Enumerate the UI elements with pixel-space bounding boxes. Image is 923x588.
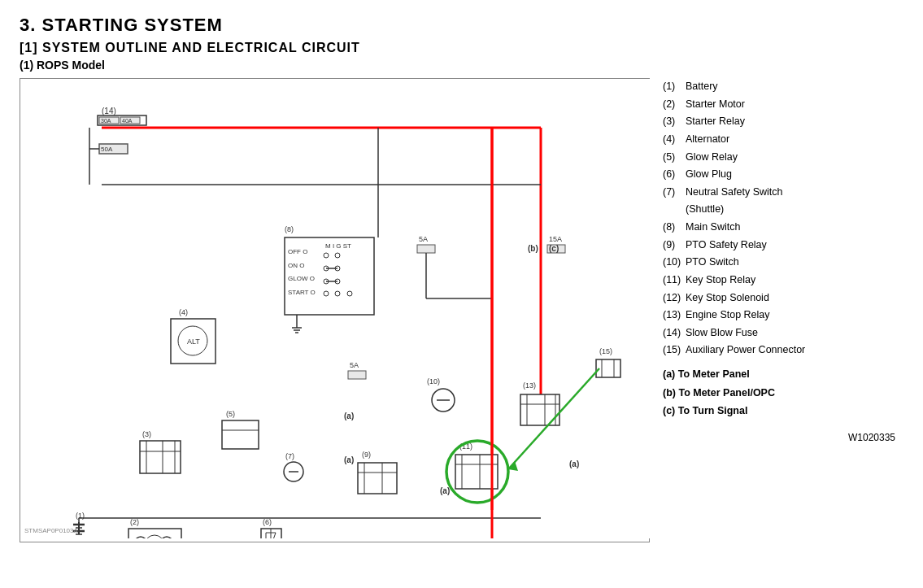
legend-note-item: (b) To Meter Panel/OPC: [663, 384, 903, 403]
svg-text:5A: 5A: [419, 235, 428, 243]
svg-text:START O: START O: [288, 289, 316, 296]
legend-num: (6): [663, 166, 686, 183]
legend-item: (5)Glow Relay: [663, 149, 903, 166]
legend-num: (3): [663, 113, 686, 130]
svg-text:(8): (8): [285, 225, 294, 233]
legend-label: Auxiliary Power Connector: [686, 342, 805, 359]
legend-label: Key Stop Relay: [686, 272, 755, 289]
legend-area: (1)Battery(2)Starter Motor(3)Starter Rel…: [650, 78, 903, 542]
svg-text:(9): (9): [362, 451, 371, 459]
svg-text:STMSAP0P0103A: STMSAP0P0103A: [24, 527, 78, 534]
legend-item: (7)Neutral Safety Switch: [663, 184, 903, 201]
legend-label: Starter Motor: [686, 96, 745, 113]
legend-item: (9)PTO Safety Relay: [663, 237, 903, 254]
legend-label: (Shuttle): [686, 201, 724, 218]
svg-text:15A: 15A: [549, 235, 562, 243]
legend-num: (13): [663, 307, 686, 324]
legend-num: (2): [663, 96, 686, 113]
svg-text:(14): (14): [102, 107, 116, 115]
svg-text:ON  O: ON O: [288, 262, 304, 269]
legend-item: (10)PTO Switch: [663, 254, 903, 271]
legend-num: (11): [663, 272, 686, 289]
svg-text:(a): (a): [344, 455, 354, 464]
legend-num: (14): [663, 324, 686, 342]
legend-item: (15)Auxiliary Power Connector: [663, 342, 903, 359]
svg-text:(10): (10): [427, 377, 440, 385]
legend-num: (9): [663, 237, 686, 254]
svg-rect-38: [417, 245, 435, 253]
svg-text:(5): (5): [226, 410, 235, 418]
section-title: [1] SYSTEM OUTLINE AND ELECTRICAL CIRCUI…: [20, 41, 903, 55]
svg-text:(4): (4): [179, 308, 188, 316]
svg-text:M I G ST: M I G ST: [325, 242, 351, 250]
content-area: (14) 30A 40A 50A (8) OFF O ON O G: [20, 78, 903, 542]
sub-title: (1) ROPS Model: [20, 59, 903, 72]
diagram-box: (14) 30A 40A 50A (8) OFF O ON O G: [20, 78, 650, 542]
svg-text:OFF O: OFF O: [288, 248, 307, 255]
svg-text:GLOW O: GLOW O: [288, 275, 315, 282]
legend-num: (10): [663, 254, 686, 271]
legend-item: (8)Main Switch: [663, 219, 903, 236]
svg-text:30A: 30A: [101, 118, 111, 124]
legend-num: (1): [663, 78, 686, 95]
legend-label: Alternator: [686, 131, 729, 148]
page: 3. STARTING SYSTEM [1] SYSTEM OUTLINE AN…: [0, 0, 923, 588]
legend-item: (3)Starter Relay: [663, 113, 903, 130]
legend-label: PTO Switch: [686, 254, 739, 271]
legend-list: (1)Battery(2)Starter Motor(3)Starter Rel…: [663, 78, 903, 359]
svg-text:(13): (13): [523, 381, 536, 390]
legend-item: (12)Key Stop Solenoid: [663, 290, 903, 307]
svg-rect-50: [222, 420, 259, 449]
legend-note-item: (c) To Turn Signal: [663, 402, 903, 420]
watermark: W1020335: [663, 430, 903, 446]
svg-text:50A: 50A: [101, 146, 113, 153]
legend-label: Glow Plug: [686, 166, 732, 183]
legend-item: (11)Key Stop Relay: [663, 272, 903, 289]
svg-text:(c): (c): [549, 244, 559, 253]
legend-label: Neutral Safety Switch: [686, 184, 783, 201]
svg-text:(a): (a): [344, 412, 354, 420]
legend-label: PTO Safety Relay: [686, 237, 767, 254]
svg-rect-65: [128, 529, 181, 538]
legend-item: (13)Engine Stop Relay: [663, 307, 903, 324]
legend-item: (6)Glow Plug: [663, 166, 903, 183]
legend-num: (4): [663, 131, 686, 148]
legend-num: (12): [663, 290, 686, 307]
svg-text:40A: 40A: [122, 118, 133, 124]
legend-label: Slow Blow Fuse: [686, 324, 758, 342]
legend-item: (2)Starter Motor: [663, 96, 903, 113]
legend-num: (15): [663, 342, 686, 359]
legend-label: Starter Relay: [686, 113, 745, 130]
legend-item: (4)Alternator: [663, 131, 903, 148]
legend-label: Key Stop Solenoid: [686, 290, 769, 307]
svg-text:(b): (b): [528, 244, 538, 253]
svg-rect-74: [358, 463, 397, 494]
legend-label: Battery: [686, 78, 718, 95]
main-title: 3. STARTING SYSTEM: [20, 15, 903, 36]
legend-label: Main Switch: [686, 219, 740, 236]
svg-rect-95: [596, 359, 620, 377]
legend-item: (1)Battery: [663, 78, 903, 95]
legend-label: Glow Relay: [686, 149, 738, 166]
circuit-diagram: (14) 30A 40A 50A (8) OFF O ON O G: [20, 79, 651, 538]
svg-text:(a): (a): [569, 460, 579, 468]
legend-num: (5): [663, 149, 686, 166]
svg-rect-40: [348, 371, 366, 379]
svg-text:ALT: ALT: [187, 338, 200, 346]
svg-text:(7): (7): [285, 452, 294, 460]
svg-text:(6): (6): [263, 518, 272, 526]
legend-num: (7): [663, 184, 686, 201]
svg-text:(15): (15): [599, 347, 612, 355]
legend-label: Engine Stop Relay: [686, 307, 770, 324]
svg-rect-89: [520, 394, 559, 425]
svg-text:(a): (a): [440, 486, 450, 495]
legend-item: (14)Slow Blow Fuse: [663, 324, 903, 342]
legend-item: (Shuttle): [663, 201, 903, 218]
svg-text:(3): (3): [142, 430, 151, 438]
svg-text:5A: 5A: [350, 361, 359, 369]
svg-text:(2): (2): [130, 518, 139, 526]
legend-num: (8): [663, 219, 686, 236]
legend-note-item: (a) To Meter Panel: [663, 365, 903, 384]
legend-notes: (a) To Meter Panel(b) To Meter Panel/OPC…: [663, 365, 903, 420]
